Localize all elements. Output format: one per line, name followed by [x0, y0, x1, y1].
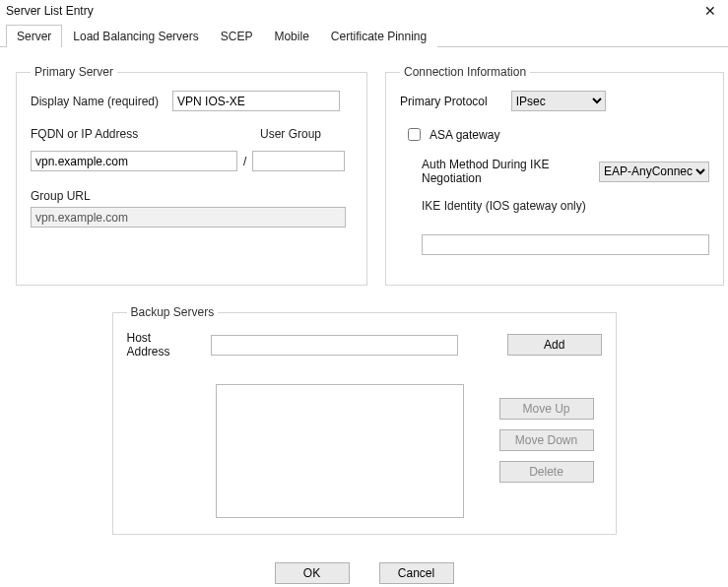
user-group-input[interactable]	[252, 151, 345, 171]
fqdn-label: FQDN or IP Address	[31, 127, 231, 141]
fqdn-input[interactable]	[31, 151, 237, 171]
group-url-label: Group URL	[31, 189, 353, 203]
connection-information-legend: Connection Information	[400, 65, 530, 79]
primary-server-legend: Primary Server	[31, 65, 117, 79]
display-name-label: Display Name (required)	[31, 95, 159, 108]
ike-identity-input[interactable]	[422, 234, 709, 255]
cancel-button[interactable]: Cancel	[379, 562, 454, 584]
move-up-button[interactable]: Move Up	[499, 398, 594, 420]
backup-servers-list[interactable]	[216, 384, 464, 518]
title-bar: Server List Entry ✕	[0, 0, 728, 24]
add-button[interactable]: Add	[507, 334, 602, 356]
group-url-input	[31, 207, 346, 228]
tab-certificate-pinning[interactable]: Certificate Pinning	[320, 25, 437, 47]
fqdn-user-separator: /	[243, 155, 246, 168]
dialog-footer: OK Cancel	[0, 543, 728, 587]
tab-content: Primary Server Display Name (required) F…	[0, 47, 728, 543]
asa-gateway-checkbox[interactable]	[408, 128, 421, 141]
tab-strip: Server Load Balancing Servers SCEP Mobil…	[0, 24, 728, 47]
ok-button[interactable]: OK	[275, 562, 350, 584]
primary-protocol-label: Primary Protocol	[400, 95, 488, 108]
primary-protocol-select[interactable]: IPsec	[511, 91, 606, 111]
auth-method-select[interactable]: EAP-AnyConnect	[599, 162, 709, 182]
window-title: Server List Entry	[6, 4, 94, 18]
delete-button[interactable]: Delete	[499, 461, 594, 483]
close-icon[interactable]: ✕	[700, 4, 720, 18]
asa-gateway-label: ASA gateway	[430, 128, 499, 142]
host-address-input[interactable]	[211, 335, 458, 356]
user-group-label: User Group	[260, 127, 353, 141]
auth-method-label: Auth Method During IKE Negotiation	[422, 158, 585, 185]
tab-mobile[interactable]: Mobile	[263, 25, 319, 47]
connection-information-group: Connection Information Primary Protocol …	[385, 65, 724, 286]
tab-scep[interactable]: SCEP	[210, 25, 264, 47]
tab-load-balancing[interactable]: Load Balancing Servers	[62, 25, 209, 47]
primary-server-group: Primary Server Display Name (required) F…	[16, 65, 367, 286]
display-name-input[interactable]	[172, 91, 340, 111]
backup-servers-legend: Backup Servers	[127, 305, 219, 319]
ike-identity-label: IKE Identity (IOS gateway only)	[422, 199, 709, 213]
move-down-button[interactable]: Move Down	[499, 429, 594, 451]
backup-servers-group: Backup Servers Host Address Add Move Up …	[112, 305, 617, 535]
host-address-label: Host Address	[127, 331, 197, 359]
tab-server[interactable]: Server	[6, 25, 62, 47]
